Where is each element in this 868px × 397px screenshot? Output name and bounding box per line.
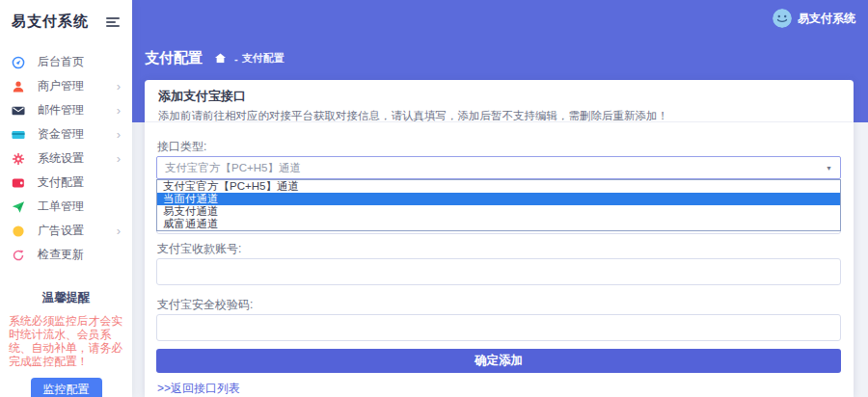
compass-icon [12, 56, 25, 69]
sidebar-item-label: 检查更新 [38, 247, 121, 263]
chevron-right-icon: › [117, 80, 121, 93]
monitor-config-button[interactable]: 监控配置 [31, 378, 102, 397]
user-name: 易支付系统 [798, 11, 855, 27]
confirm-add-button[interactable]: 确定添加 [156, 349, 841, 373]
refresh-icon [12, 249, 25, 262]
sidebar-item-payment-config[interactable]: 支付配置 [0, 171, 132, 195]
back-to-interface-list-link[interactable]: >>返回接口列表 [157, 381, 240, 397]
dropdown-option[interactable]: 易支付通道 [157, 205, 840, 218]
page-head: 支付配置 - 支付配置 [145, 49, 285, 67]
sidebar-item-dashboard[interactable]: 后台首页 [0, 50, 132, 74]
dropdown-option[interactable]: 威富通通道 [157, 218, 840, 230]
interface-type-select[interactable]: 支付宝官方【PC+H5】通道 ▼ [156, 156, 841, 179]
sidebar-item-label: 资金管理 [38, 126, 117, 143]
chevron-right-icon: › [117, 225, 121, 237]
add-alipay-interface-card: 添加支付宝接口 添加前请前往相对应的对接平台获取对接信息，请认真填写，添加后暂不… [145, 80, 854, 397]
mail-icon [12, 104, 25, 118]
dropdown-option-highlighted[interactable]: 当面付通道 [157, 193, 840, 205]
paper-plane-icon [12, 200, 25, 214]
sidebar-header: 易支付系统 [0, 0, 132, 33]
notice-title: 温馨提醒 [9, 290, 123, 306]
alipay-security-code-label: 支付宝安全校验码: [157, 297, 253, 313]
sidebar-item-check-update[interactable]: 检查更新 [0, 243, 132, 267]
sidebar-item-merchants[interactable]: 商户管理 › [0, 74, 132, 98]
sidebar-item-label: 邮件管理 [38, 102, 117, 119]
notice-text: 系统必须监控后才会实时统计流水、会员系统、自动补单，请务必完成监控配置！ [9, 314, 123, 368]
interface-type-label: 接口类型: [157, 139, 206, 155]
ad-icon [12, 225, 25, 238]
user-menu[interactable]: 易支付系统 [773, 9, 855, 28]
page-title: 支付配置 [145, 49, 203, 67]
sidebar-toggle-icon[interactable] [106, 15, 121, 27]
home-icon[interactable] [215, 53, 226, 64]
sidebar-item-label: 后台首页 [38, 54, 121, 70]
card-icon [12, 128, 25, 142]
sidebar-item-tickets[interactable]: 工单管理 [0, 195, 132, 219]
chevron-right-icon: › [117, 104, 121, 117]
alipay-security-code-input[interactable] [156, 314, 841, 341]
sidebar-item-label: 广告设置 [38, 223, 117, 239]
sidebar-item-label: 商户管理 [38, 78, 117, 94]
app-window: 易支付系统 后台首页 商户管理 › 邮件管理 [0, 0, 868, 397]
sidebar-nav: 后台首页 商户管理 › 邮件管理 › 资金管理 [0, 50, 132, 267]
avatar [773, 9, 792, 28]
alipay-account-label: 支付宝收款账号: [157, 241, 241, 257]
main-area: 易支付系统 支付配置 - 支付配置 添加支付宝接口 添加前请前往相对应的对接平台… [132, 0, 868, 397]
sidebar-item-label: 工单管理 [38, 198, 121, 215]
sidebar-item-system-settings[interactable]: 系统设置 › [0, 146, 132, 171]
card-header: 添加支付宝接口 添加前请前往相对应的对接平台获取对接信息，请认真填写，添加后暂不… [145, 80, 854, 122]
card-title: 添加支付宝接口 [158, 88, 840, 105]
interface-type-selected-value: 支付宝官方【PC+H5】通道 [165, 161, 826, 175]
sidebar: 易支付系统 后台首页 商户管理 › 邮件管理 [0, 0, 132, 397]
sidebar-item-funds[interactable]: 资金管理 › [0, 122, 132, 146]
chevron-right-icon: › [117, 128, 121, 141]
sidebar-item-label: 支付配置 [38, 174, 121, 191]
breadcrumb-separator: - [234, 53, 238, 65]
chevron-right-icon: › [117, 152, 121, 165]
app-logo: 易支付系统 [12, 13, 89, 31]
sidebar-notice: 温馨提醒 系统必须监控后才会实时统计流水、会员系统、自动补单，请务必完成监控配置… [9, 290, 123, 397]
sidebar-item-ads[interactable]: 广告设置 › [0, 219, 132, 243]
alipay-account-input[interactable] [156, 258, 841, 285]
gear-icon [12, 152, 25, 166]
sidebar-item-label: 系统设置 [38, 150, 117, 167]
select-arrow-icon: ▼ [826, 165, 832, 172]
dropdown-option[interactable]: 支付宝官方【PC+H5】通道 [157, 180, 840, 193]
breadcrumb: - 支付配置 [215, 51, 285, 66]
sidebar-item-mail[interactable]: 邮件管理 › [0, 98, 132, 122]
user-icon [12, 80, 25, 93]
breadcrumb-current[interactable]: 支付配置 [242, 51, 285, 66]
interface-type-dropdown: 支付宝官方【PC+H5】通道 当面付通道 易支付通道 威富通通道 [156, 179, 841, 231]
wallet-icon [12, 176, 25, 190]
card-description: 添加前请前往相对应的对接平台获取对接信息，请认真填写，添加后暂不支持编辑，需删除… [158, 109, 840, 123]
